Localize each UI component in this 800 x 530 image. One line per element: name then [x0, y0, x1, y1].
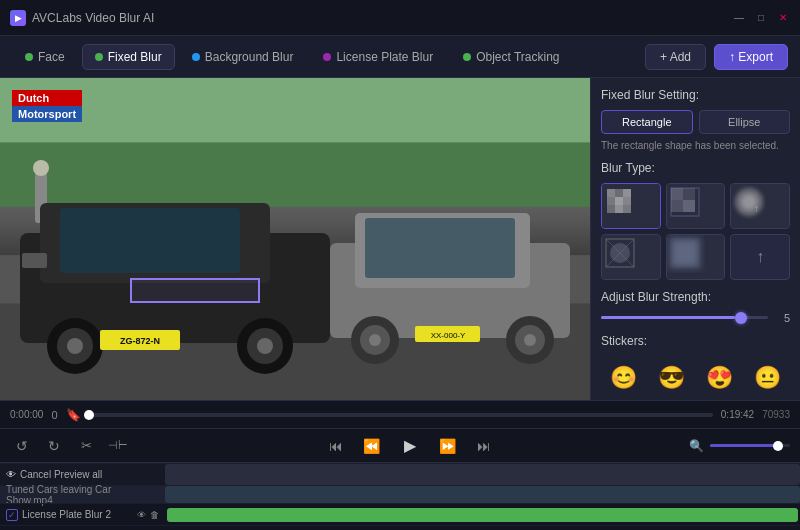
- dutch-line1: Dutch: [12, 90, 82, 106]
- video-background: ZG-872-N XX-000-Y: [0, 78, 590, 400]
- zoom-icon: 🔍: [689, 439, 704, 453]
- eye-icon: 👁: [6, 469, 16, 480]
- svg-point-11: [67, 338, 83, 354]
- svg-point-23: [369, 334, 381, 346]
- undo-button[interactable]: ↺: [10, 434, 34, 458]
- add-blur-icon: ↑: [756, 248, 764, 266]
- app-title: AVCLabs Video Blur AI: [32, 11, 154, 25]
- ellipse-btn[interactable]: Ellipse: [699, 110, 791, 134]
- license-plate-eye-icon[interactable]: 👁: [137, 510, 146, 520]
- progress-handle[interactable]: [84, 410, 94, 420]
- tab-object-tracking-label: Object Tracking: [476, 50, 559, 64]
- svg-rect-42: [671, 200, 683, 212]
- window-controls[interactable]: — □ ✕: [732, 11, 790, 25]
- svg-rect-43: [683, 200, 695, 212]
- step-forward-button[interactable]: ⏩: [436, 434, 460, 458]
- svg-rect-56: [673, 241, 697, 265]
- sticker-sunglasses[interactable]: 😎: [649, 356, 693, 400]
- blur-thumb-1[interactable]: [601, 183, 661, 229]
- close-button[interactable]: ✕: [776, 11, 790, 25]
- license-plate-track-row: ✓ License Plate Blur 2 👁 🗑: [0, 503, 800, 525]
- blur-strength-slider-row: 5: [601, 312, 790, 324]
- time-start: 0:00:00: [10, 409, 43, 420]
- rectangle-btn[interactable]: Rectangle: [601, 110, 693, 134]
- license-plate-track-name: License Plate Blur 2: [22, 509, 111, 520]
- add-button[interactable]: + Add: [645, 44, 706, 70]
- selection-note: The rectangle shape has been selected.: [601, 140, 790, 151]
- face-dot: [25, 53, 33, 61]
- svg-rect-15: [22, 253, 47, 268]
- skip-to-end-button[interactable]: ⏭: [472, 434, 496, 458]
- tab-fixed-blur-label: Fixed Blur: [108, 50, 162, 64]
- svg-rect-33: [607, 197, 615, 205]
- fixed-blur-dot: [95, 53, 103, 61]
- export-button[interactable]: ↑ Export: [714, 44, 788, 70]
- blur-strength-value: 5: [774, 312, 790, 324]
- blur-strength-thumb[interactable]: [735, 312, 747, 324]
- svg-rect-41: [683, 188, 695, 200]
- license-plate-dot: [323, 53, 331, 61]
- tab-fixed-blur[interactable]: Fixed Blur: [82, 44, 175, 70]
- object-tracking-dot: [463, 53, 471, 61]
- svg-text:↑: ↑: [754, 203, 759, 214]
- progress-track[interactable]: [89, 413, 713, 417]
- faces-track-row: ✓ All Faces Blurring 1 👁 🗑: [0, 525, 800, 530]
- split-button[interactable]: ⊣⊢: [106, 434, 130, 458]
- tab-license-plate[interactable]: License Plate Blur: [310, 44, 446, 70]
- svg-rect-36: [607, 205, 615, 213]
- svg-rect-38: [623, 205, 631, 213]
- tab-object-tracking[interactable]: Object Tracking: [450, 44, 572, 70]
- sticker-happy[interactable]: 😊: [601, 356, 645, 400]
- svg-rect-34: [615, 197, 623, 205]
- time-end: 0:19:42: [721, 409, 754, 420]
- dutch-motorsport-overlay: Dutch Motorsport: [12, 90, 82, 122]
- step-back-button[interactable]: ⏪: [360, 434, 384, 458]
- blur-thumb-4[interactable]: [601, 234, 661, 280]
- svg-point-14: [257, 338, 273, 354]
- zoom-handle[interactable]: [773, 441, 783, 451]
- svg-rect-20: [365, 218, 515, 278]
- redo-button[interactable]: ↻: [42, 434, 66, 458]
- sticker-love[interactable]: 😍: [698, 356, 742, 400]
- cut-button[interactable]: ✂: [74, 434, 98, 458]
- tab-license-plate-label: License Plate Blur: [336, 50, 433, 64]
- frame-count: 70933: [762, 409, 790, 420]
- zoom-fill: [710, 444, 778, 447]
- blur-strength-track[interactable]: [601, 316, 768, 319]
- svg-rect-30: [607, 189, 615, 197]
- stickers-title: Stickers:: [601, 334, 790, 348]
- zoom-track[interactable]: [710, 444, 790, 447]
- license-plate-checkbox[interactable]: ✓: [6, 509, 18, 521]
- tab-face[interactable]: Face: [12, 44, 78, 70]
- svg-point-5: [33, 160, 49, 176]
- blur-thumb-5[interactable]: [666, 234, 726, 280]
- timeline: 290f 295f 2940f 2945f 2950f 2955f 2960f …: [0, 462, 800, 530]
- timeline-controls: ↺ ↻ ✂ ⊣⊢ ⏮ ⏪ ▶ ⏩ ⏭ 🔍: [0, 428, 800, 462]
- blur-thumb-3[interactable]: ↑: [730, 183, 790, 229]
- progress-area: 0:00:00 0 🔖 0:19:42 70933: [0, 400, 800, 428]
- svg-rect-1: [0, 142, 590, 206]
- license-plate-track: [167, 508, 798, 522]
- blur-thumb-2[interactable]: [666, 183, 726, 229]
- timeline-tracks: 👁 Cancel Preview all Tuned Cars leaving …: [0, 463, 800, 530]
- license-plate-delete-icon[interactable]: 🗑: [150, 510, 159, 520]
- sticker-neutral[interactable]: 😐: [746, 356, 790, 400]
- tab-background-blur[interactable]: Background Blur: [179, 44, 307, 70]
- minimize-button[interactable]: —: [732, 11, 746, 25]
- play-button[interactable]: ▶: [396, 432, 424, 460]
- blur-thumb-6[interactable]: ↑: [730, 234, 790, 280]
- blur-type-grid: ↑: [601, 183, 790, 280]
- nav-tabs: Face Fixed Blur Background Blur License …: [12, 44, 573, 70]
- titlebar-left: ▶ AVCLabs Video Blur AI: [10, 10, 154, 26]
- svg-point-53: [610, 243, 630, 263]
- blur-type-title: Blur Type:: [601, 161, 790, 175]
- title-bar: ▶ AVCLabs Video Blur AI — □ ✕: [0, 0, 800, 36]
- skip-to-start-button[interactable]: ⏮: [324, 434, 348, 458]
- maximize-button[interactable]: □: [754, 11, 768, 25]
- cancel-preview-label[interactable]: Cancel Preview all: [20, 469, 102, 480]
- playback-controls: ⏮ ⏪ ▶ ⏩ ⏭: [138, 432, 681, 460]
- svg-text:ZG-872-N: ZG-872-N: [120, 336, 160, 346]
- top-nav: Face Fixed Blur Background Blur License …: [0, 36, 800, 78]
- video-panel[interactable]: ZG-872-N XX-000-Y: [0, 78, 590, 400]
- svg-text:XX-000-Y: XX-000-Y: [431, 331, 466, 340]
